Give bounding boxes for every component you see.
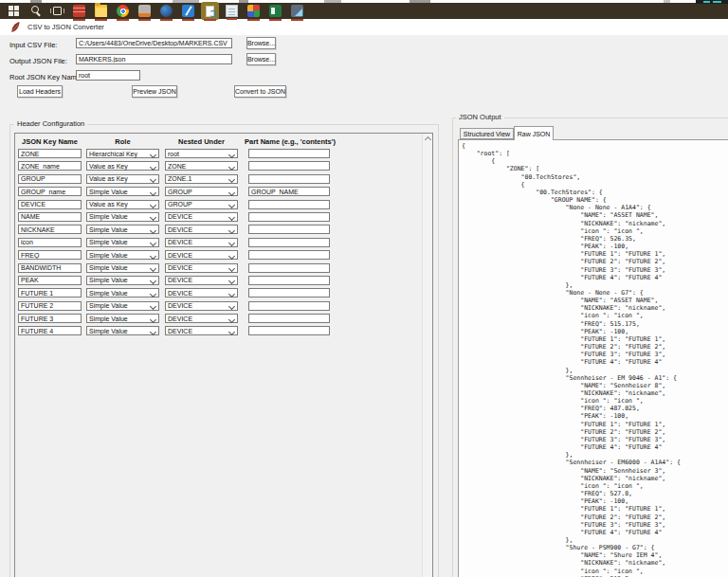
tab-structured-view[interactable]: Structured View bbox=[460, 128, 514, 139]
scroll-up-arrow-icon[interactable] bbox=[423, 134, 432, 144]
nested-under-dropdown-value: DEVICE bbox=[168, 239, 192, 245]
json-key-name-input[interactable] bbox=[18, 187, 82, 196]
task-view-icon[interactable] bbox=[51, 5, 64, 17]
vscode-icon[interactable] bbox=[182, 5, 194, 17]
part-name-input[interactable] bbox=[248, 149, 330, 158]
json-key-name-input[interactable] bbox=[18, 263, 82, 273]
root-key-field[interactable] bbox=[76, 70, 140, 81]
role-dropdown-value: Simple Value bbox=[89, 264, 128, 271]
part-name-input[interactable] bbox=[248, 301, 330, 311]
role-dropdown[interactable]: Simple Value bbox=[86, 187, 159, 196]
nested-under-dropdown[interactable]: DEVICE bbox=[165, 250, 238, 260]
part-name-input[interactable] bbox=[248, 212, 330, 222]
json-key-name-input[interactable] bbox=[18, 276, 82, 285]
role-dropdown[interactable]: Simple Value bbox=[86, 301, 159, 311]
json-key-name-input[interactable] bbox=[18, 301, 82, 311]
json-key-name-input[interactable] bbox=[18, 212, 82, 222]
col-nested-under: Nested Under bbox=[165, 137, 238, 146]
role-dropdown[interactable]: Simple Value bbox=[86, 314, 159, 323]
tab-raw-json[interactable]: Raw JSON bbox=[514, 126, 554, 140]
nested-under-dropdown[interactable]: DEVICE bbox=[165, 326, 238, 335]
nested-under-dropdown[interactable]: DEVICE bbox=[165, 225, 238, 234]
part-name-input[interactable] bbox=[248, 238, 330, 247]
role-dropdown[interactable]: Simple Value bbox=[86, 238, 159, 247]
chevron-down-icon bbox=[228, 316, 235, 323]
json-key-name-input[interactable] bbox=[18, 225, 82, 234]
file-explorer-icon[interactable] bbox=[95, 5, 107, 17]
part-name-input[interactable] bbox=[248, 200, 330, 209]
nested-under-dropdown[interactable]: DEVICE bbox=[165, 314, 238, 323]
nested-under-dropdown[interactable]: ZONE bbox=[165, 161, 238, 171]
header-config-row: Simple ValueGROUP bbox=[15, 187, 432, 196]
role-dropdown[interactable]: Value as Key bbox=[86, 174, 159, 184]
role-dropdown[interactable]: Simple Value bbox=[86, 250, 159, 260]
json-key-name-input[interactable] bbox=[18, 200, 82, 209]
part-name-input[interactable] bbox=[248, 263, 330, 273]
header-configuration-group: Header Configuration JSON Key Name Role … bbox=[9, 124, 439, 577]
header-config-rows: Hierarchical KeyrootValue as KeyZONEValu… bbox=[15, 149, 432, 577]
app-slate-icon[interactable] bbox=[291, 5, 303, 17]
nested-under-dropdown[interactable]: GROUP bbox=[165, 187, 238, 196]
nested-under-dropdown[interactable]: GROUP bbox=[165, 200, 238, 209]
json-key-name-input[interactable] bbox=[18, 149, 82, 158]
nested-under-dropdown[interactable]: root bbox=[165, 149, 238, 158]
json-key-name-input[interactable] bbox=[18, 326, 82, 335]
part-name-input[interactable] bbox=[248, 250, 330, 260]
nested-under-dropdown[interactable]: DEVICE bbox=[165, 276, 238, 285]
nested-under-dropdown[interactable]: DEVICE bbox=[165, 301, 238, 311]
chrome-icon[interactable] bbox=[117, 5, 129, 17]
part-name-input[interactable] bbox=[248, 161, 330, 171]
json-key-name-input[interactable] bbox=[18, 174, 82, 184]
search-icon[interactable] bbox=[29, 5, 42, 17]
app-gray-icon[interactable] bbox=[138, 5, 151, 17]
role-dropdown-value: Simple Value bbox=[89, 290, 128, 297]
role-dropdown[interactable]: Simple Value bbox=[86, 288, 159, 298]
role-dropdown[interactable]: Simple Value bbox=[86, 326, 159, 335]
preview-json-button[interactable]: Preview JSON bbox=[132, 85, 177, 98]
role-dropdown[interactable]: Simple Value bbox=[86, 225, 159, 234]
json-key-name-input[interactable] bbox=[18, 314, 82, 323]
browse-json-button[interactable]: Browse... bbox=[246, 53, 276, 65]
role-dropdown[interactable]: Simple Value bbox=[86, 276, 159, 285]
part-name-input[interactable] bbox=[248, 174, 330, 184]
csv-converter-icon[interactable] bbox=[204, 5, 216, 17]
raw-json-content: { "root": [ { "ZONE": [ "00.TechStores",… bbox=[459, 140, 728, 577]
role-dropdown[interactable]: Value as Key bbox=[86, 200, 159, 209]
nested-under-dropdown[interactable]: DEVICE bbox=[165, 238, 238, 247]
json-key-name-input[interactable] bbox=[18, 161, 82, 171]
chevron-down-icon bbox=[150, 151, 156, 157]
nested-under-dropdown[interactable]: ZONE.1 bbox=[165, 174, 238, 184]
chevron-down-icon bbox=[150, 265, 156, 272]
json-key-name-input[interactable] bbox=[18, 250, 82, 260]
start-icon[interactable] bbox=[8, 5, 20, 17]
part-name-input[interactable] bbox=[248, 187, 330, 196]
output-json-field[interactable] bbox=[76, 54, 232, 64]
nested-under-dropdown[interactable]: DEVICE bbox=[165, 263, 238, 273]
excel-icon[interactable] bbox=[269, 5, 282, 17]
config-scrollbar[interactable] bbox=[422, 134, 432, 577]
convert-to-json-button[interactable]: Convert to JSON bbox=[234, 85, 286, 98]
app-red-icon[interactable] bbox=[73, 5, 85, 17]
chevron-down-icon bbox=[150, 303, 156, 310]
col-part-name: Part Name (e.g., 'contents') bbox=[243, 137, 337, 146]
part-name-input[interactable] bbox=[248, 288, 330, 298]
part-name-input[interactable] bbox=[248, 326, 330, 335]
role-dropdown[interactable]: Hierarchical Key bbox=[86, 149, 159, 158]
part-name-input[interactable] bbox=[248, 276, 330, 285]
nested-under-dropdown[interactable]: DEVICE bbox=[165, 212, 238, 222]
app-blue-circle-icon[interactable] bbox=[160, 5, 173, 17]
nested-under-dropdown-value: ZONE bbox=[168, 163, 186, 170]
role-dropdown[interactable]: Simple Value bbox=[86, 263, 159, 273]
role-dropdown[interactable]: Simple Value bbox=[86, 212, 159, 222]
input-csv-field[interactable] bbox=[76, 38, 232, 48]
json-key-name-input[interactable] bbox=[18, 288, 82, 298]
part-name-input[interactable] bbox=[248, 225, 330, 234]
load-headers-button[interactable]: Load Headers bbox=[17, 85, 63, 98]
json-key-name-input[interactable] bbox=[18, 238, 82, 247]
nested-under-dropdown[interactable]: DEVICE bbox=[165, 288, 238, 298]
document-icon[interactable] bbox=[226, 5, 238, 17]
photos-mosaic-icon[interactable] bbox=[247, 5, 260, 17]
browse-csv-button[interactable]: Browse... bbox=[246, 37, 276, 49]
part-name-input[interactable] bbox=[248, 314, 330, 323]
role-dropdown[interactable]: Value as Key bbox=[86, 161, 159, 171]
